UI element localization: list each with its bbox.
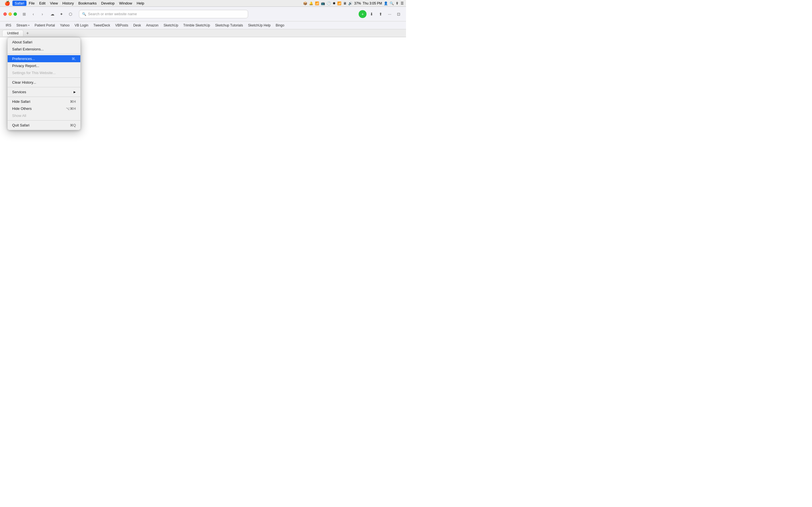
bookmark-trimble-sketchup[interactable]: Trimble SketchUp	[181, 22, 212, 28]
tab-overview-icon[interactable]: ⊡	[395, 10, 403, 18]
bookmark-vb-login[interactable]: VB Login	[72, 22, 91, 28]
notification-icon[interactable]: ☰	[401, 1, 404, 5]
bookmark-amazon[interactable]: Amazon	[144, 22, 161, 28]
separator-5	[8, 120, 80, 121]
menubar-help[interactable]: Help	[135, 1, 147, 6]
separator-4	[8, 97, 80, 97]
volume-icon: 🔊	[348, 1, 352, 5]
maximize-button[interactable]	[13, 12, 17, 16]
battery-text: 37%	[354, 1, 361, 5]
search-menubar-icon[interactable]: 🔍	[390, 1, 394, 5]
sidebar-toggle[interactable]: ⊞	[20, 10, 28, 18]
bookmark-vbposts[interactable]: VBPosts	[113, 22, 131, 28]
menubar-left: 🍎 Safari File Edit View History Bookmark…	[2, 0, 146, 6]
menubar-safari[interactable]: Safari	[12, 1, 27, 6]
download-icon[interactable]: ⬇	[368, 10, 375, 18]
menubar-develop[interactable]: Develop	[99, 1, 117, 6]
menubar-history[interactable]: History	[60, 1, 76, 6]
menubar-right: 📦 🔔 📶 📺 🕐 ✱ 📶 🖥 🔊 37% Thu 3:05 PM 👤 🔍 🎙 …	[303, 1, 404, 5]
bookmark-stream[interactable]: Stream ▾	[14, 22, 32, 28]
menubar-bookmarks[interactable]: Bookmarks	[76, 1, 99, 6]
bookmark-patient-portal[interactable]: Patient Portal	[33, 22, 57, 28]
bookmark-tweetdeck[interactable]: TweetDeck	[91, 22, 112, 28]
close-button[interactable]	[3, 12, 7, 16]
siri-icon[interactable]: 🎙	[396, 1, 399, 5]
bookmark-yahoo[interactable]: Yahoo	[58, 22, 72, 28]
bookmarks-bar: IRS Stream ▾ Patient Portal Yahoo VB Log…	[0, 21, 406, 29]
signal-icon: 📶	[315, 1, 319, 5]
nav-buttons: ⊞ ‹ ›	[20, 10, 46, 18]
separator-1	[8, 54, 80, 54]
search-icon: 🔍	[82, 12, 86, 16]
bookmark-sketchup-help[interactable]: SketchUp Help	[246, 22, 273, 28]
menu-preferences[interactable]: Preferences... ⌘,	[8, 55, 80, 62]
menubar-view[interactable]: View	[48, 1, 60, 6]
bookmark-sketchup[interactable]: SketchUp	[161, 22, 181, 28]
bookmark-bingo[interactable]: Bingo	[273, 22, 287, 28]
toolbar-icons-left: ☁ ✦ ⬡	[49, 10, 74, 18]
new-tab-button[interactable]: +	[24, 30, 31, 36]
services-chevron-icon: ▶	[73, 91, 76, 94]
bluetooth-icon: ✱	[333, 1, 336, 5]
accessibility-icon[interactable]: ✦	[57, 10, 65, 18]
menu-hide-safari[interactable]: Hide Safari ⌘H	[8, 98, 80, 105]
time-machine-icon: 🕐	[327, 1, 331, 5]
browser-toolbar: ⊞ ‹ › ☁ ✦ ⬡ 🔍 Search or enter website na…	[0, 7, 406, 21]
menubar: 🍎 Safari File Edit View History Bookmark…	[0, 0, 406, 7]
traffic-lights	[3, 12, 17, 16]
back-button[interactable]: ‹	[29, 10, 37, 18]
menu-privacy-report[interactable]: Privacy Report...	[8, 62, 80, 69]
tab-bar: Untitled +	[0, 29, 406, 37]
toolbar-icons-right: + ⬇ ⬆ ··· ⊡	[359, 10, 403, 18]
user-icon: 👤	[384, 1, 388, 5]
search-bar[interactable]: 🔍 Search or enter website name	[79, 10, 248, 18]
menu-safari-extensions[interactable]: Safari Extensions...	[8, 46, 80, 53]
separator-2	[8, 77, 80, 78]
icloud-icon[interactable]: ☁	[49, 10, 56, 18]
menu-settings-website: Settings for This Website...	[8, 69, 80, 76]
menu-show-all: Show All	[8, 112, 80, 119]
bookmark-irs[interactable]: IRS	[3, 22, 13, 28]
active-tab[interactable]: Untitled	[2, 30, 23, 36]
safari-dropdown-menu: About Safari Safari Extensions... Prefer…	[7, 37, 81, 130]
bell-icon: 🔔	[309, 1, 313, 5]
menu-hide-others[interactable]: Hide Others ⌥⌘H	[8, 105, 80, 112]
menu-quit-safari[interactable]: Quit Safari ⌘Q	[8, 122, 80, 129]
menu-clear-history[interactable]: Clear History...	[8, 79, 80, 86]
more-icon[interactable]: ···	[386, 10, 394, 18]
clock-time: Thu 3:05 PM	[363, 1, 382, 5]
share-extension-icon[interactable]: +	[359, 10, 366, 18]
apple-menu[interactable]: 🍎	[2, 0, 12, 6]
search-placeholder: Search or enter website name	[88, 12, 137, 16]
dropbox-icon: 📦	[303, 1, 307, 5]
menubar-file[interactable]: File	[27, 1, 37, 6]
menubar-edit[interactable]: Edit	[37, 1, 48, 6]
screen-icon: 🖥	[343, 1, 347, 5]
minimize-button[interactable]	[8, 12, 12, 16]
extension-icon[interactable]: ⬡	[66, 10, 74, 18]
menu-services[interactable]: Services ▶	[8, 89, 80, 96]
main-content: About Safari Safari Extensions... Prefer…	[0, 37, 406, 253]
share-icon[interactable]: ⬆	[377, 10, 385, 18]
menubar-window[interactable]: Window	[117, 1, 134, 6]
menu-about-safari[interactable]: About Safari	[8, 39, 80, 46]
bookmark-sketchup-tutorials[interactable]: Sketchup Tutorials	[213, 22, 245, 28]
stream-chevron-icon: ▾	[28, 24, 30, 27]
airplay-icon: 📺	[321, 1, 325, 5]
wifi-icon: 📶	[337, 1, 342, 5]
forward-button[interactable]: ›	[38, 10, 46, 18]
bookmark-desk[interactable]: Desk	[131, 22, 143, 28]
